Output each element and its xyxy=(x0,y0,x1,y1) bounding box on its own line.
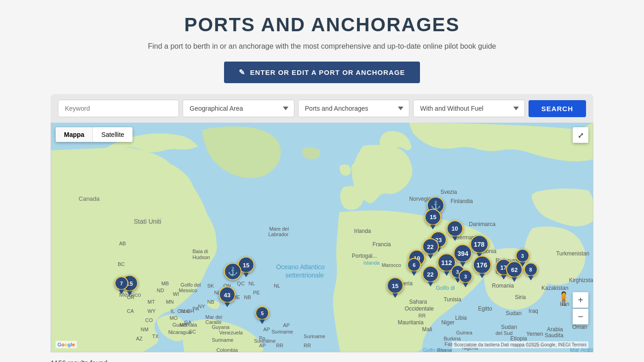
svg-text:ND: ND xyxy=(157,288,164,293)
svg-text:Svezia: Svezia xyxy=(440,189,457,195)
google-logo: Google xyxy=(56,341,77,348)
cluster-178[interactable]: 178 xyxy=(470,235,489,258)
svg-text:Marocco: Marocco xyxy=(382,262,401,268)
map-attribution: Scorciatoie da tastiera Dati mappa ©2025… xyxy=(452,341,588,348)
svg-text:Siria: Siria xyxy=(515,294,526,300)
svg-text:RR: RR xyxy=(419,313,426,318)
svg-text:Canada: Canada xyxy=(79,195,100,202)
svg-text:Francia: Francia xyxy=(373,241,391,248)
cluster-176[interactable]: 176 xyxy=(473,256,491,278)
pegman[interactable]: 🧍 xyxy=(556,291,572,306)
svg-text:Sudan: Sudan xyxy=(506,310,522,317)
cluster-pin xyxy=(501,275,506,280)
svg-text:MO: MO xyxy=(170,315,178,321)
cluster-pin xyxy=(243,273,249,277)
cluster-pin xyxy=(430,225,436,229)
cluster-bubble: 7 xyxy=(115,277,128,290)
search-bar: Geographical Area Ports and Anchorages W… xyxy=(51,94,593,123)
map-fullscreen-button[interactable]: ⤢ xyxy=(573,127,588,143)
cluster-7[interactable]: 7 xyxy=(115,277,128,294)
cluster-pin xyxy=(463,283,468,288)
keyword-input[interactable] xyxy=(58,100,179,117)
cluster-pin xyxy=(259,320,265,324)
zoom-controls: + − xyxy=(573,292,588,324)
cluster-394[interactable]: 394 xyxy=(454,244,472,267)
cluster-pin xyxy=(428,282,433,287)
svg-text:Golfo di: Golfo di xyxy=(423,347,441,352)
svg-text:Mauritania: Mauritania xyxy=(398,319,424,326)
cluster-15-atlantic[interactable]: 15 xyxy=(387,277,403,298)
svg-text:QC: QC xyxy=(237,281,245,286)
svg-text:Iraq: Iraq xyxy=(529,308,538,314)
svg-text:AP: AP xyxy=(283,322,290,328)
cluster-pin xyxy=(528,276,534,281)
cluster-pin xyxy=(428,255,433,259)
anchor-us[interactable]: ⚓ xyxy=(224,263,242,280)
cluster-bubble: 15 xyxy=(425,209,441,225)
svg-text:SC: SC xyxy=(189,329,196,334)
svg-text:Stati Uniti: Stati Uniti xyxy=(134,218,161,225)
svg-text:WI: WI xyxy=(173,291,179,297)
cluster-6[interactable]: 6 xyxy=(407,258,421,276)
type-select[interactable]: Ports and Anchorages xyxy=(298,100,409,117)
svg-text:IN: IN xyxy=(180,308,185,314)
svg-text:RR: RR xyxy=(304,343,311,348)
svg-text:Suriname: Suriname xyxy=(304,334,325,339)
svg-text:Finlandia: Finlandia xyxy=(450,198,473,204)
cluster-bubble: 10 xyxy=(447,220,463,237)
cluster-bubble: 178 xyxy=(470,235,489,254)
svg-text:NY: NY xyxy=(198,304,206,309)
cluster-22-bottom[interactable]: 22 xyxy=(422,266,439,287)
svg-text:settentrionale: settentrionale xyxy=(285,272,324,279)
cluster-bubble: 3 xyxy=(516,249,529,263)
svg-text:Nicaragua: Nicaragua xyxy=(168,329,192,335)
page-subtitle: Find a port to berth in or an anchorage … xyxy=(148,42,496,51)
svg-text:Hudson: Hudson xyxy=(193,255,210,260)
svg-text:Irlanda: Irlanda xyxy=(354,228,371,234)
page-wrapper: PORTS AND ANCHORAGES Find a port to bert… xyxy=(0,0,644,362)
svg-text:Danimarca: Danimarca xyxy=(469,221,495,227)
svg-text:Suriname: Suriname xyxy=(271,329,293,334)
map-type-mappa[interactable]: Mappa xyxy=(56,127,93,142)
cluster-bubble: 43 xyxy=(219,287,236,303)
svg-text:Kirghizstan: Kirghizstan xyxy=(569,277,593,283)
cluster-15-europe[interactable]: 15 xyxy=(425,209,441,229)
map-container[interactable]: Stati Uniti Messico Canada Oceano Atlant… xyxy=(51,123,593,352)
cta-button[interactable]: ✎ ENTER OR EDIT A PORT OR ANCHORAGE xyxy=(224,62,420,83)
geo-area-select[interactable]: Geographical Area xyxy=(183,100,294,117)
svg-text:BC: BC xyxy=(118,261,125,267)
cluster-pin xyxy=(520,262,525,267)
svg-text:Sahara: Sahara xyxy=(409,299,427,305)
svg-text:WY: WY xyxy=(148,308,156,314)
svg-text:MN: MN xyxy=(166,299,174,305)
svg-text:Sudan: Sudan xyxy=(501,324,517,330)
svg-text:AP: AP xyxy=(259,343,266,348)
svg-text:Oman: Oman xyxy=(572,324,587,330)
svg-text:Golfo di: Golfo di xyxy=(436,285,455,291)
svg-text:Arabia: Arabia xyxy=(547,326,563,333)
cluster-43[interactable]: 43 xyxy=(219,287,236,307)
svg-text:NB: NB xyxy=(244,294,251,300)
svg-text:Po...: Po... xyxy=(259,335,270,341)
cluster-bubble: 394 xyxy=(454,244,472,263)
svg-text:Occidentale: Occidentale xyxy=(405,305,434,312)
cluster-10[interactable]: 10 xyxy=(447,220,463,241)
zoom-in-button[interactable]: + xyxy=(573,292,588,308)
cluster-3-right[interactable]: 3 xyxy=(516,249,529,267)
map-type-satellite[interactable]: Satellite xyxy=(93,127,132,142)
svg-text:MB: MB xyxy=(161,281,169,286)
cluster-3-mid[interactable]: 3 xyxy=(459,270,472,288)
zoom-out-button[interactable]: − xyxy=(573,309,588,324)
svg-text:NL: NL xyxy=(274,283,280,288)
svg-text:RR: RR xyxy=(276,343,283,348)
cluster-pin xyxy=(411,272,417,276)
svg-text:IL: IL xyxy=(171,308,175,314)
cluster-5[interactable]: 5 xyxy=(255,306,269,324)
svg-text:Islanda: Islanda xyxy=(363,260,380,266)
cluster-pin xyxy=(224,303,230,307)
svg-text:Yemen: Yemen xyxy=(526,331,543,337)
page-title: PORTS AND ANCHORAGES xyxy=(184,14,460,36)
cluster-pin xyxy=(119,290,124,294)
search-button[interactable]: SEARCH xyxy=(529,100,586,117)
fuel-select[interactable]: With and Without Fuel xyxy=(413,100,524,117)
